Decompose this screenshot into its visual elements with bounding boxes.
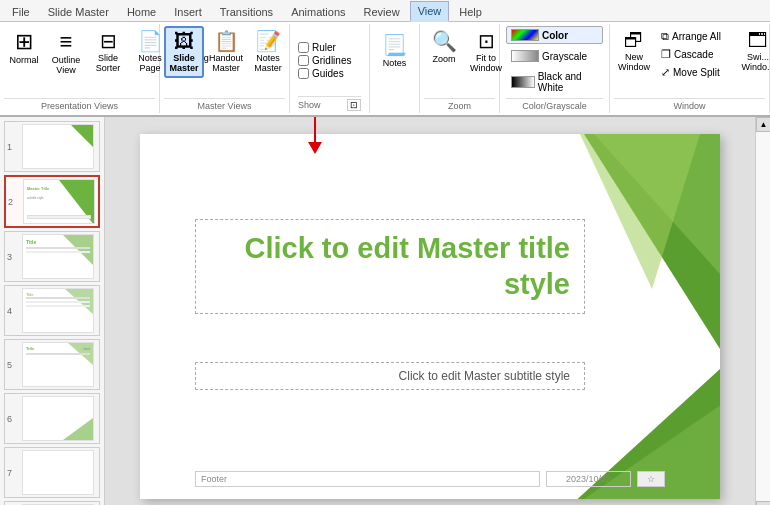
- guides-checkbox[interactable]: [298, 68, 309, 79]
- switch-window-button[interactable]: 🗔 Swi...Windo...: [738, 26, 770, 76]
- slide-preview-1: [22, 124, 94, 169]
- scroll-track: [756, 132, 770, 501]
- slide-master-label: SlideMaster: [170, 54, 199, 74]
- notes-master-label: NotesMaster: [254, 54, 282, 74]
- handout-master-icon: 📋: [214, 29, 239, 53]
- slide-master-icon: 🖼: [174, 30, 194, 53]
- outline-view-button[interactable]: ≡ OutlineView: [46, 26, 86, 79]
- gridlines-checkbox[interactable]: [298, 55, 309, 66]
- show-dialog-button[interactable]: ⊡: [347, 99, 361, 111]
- slide-num-5: 5: [7, 360, 19, 370]
- tab-help[interactable]: Help: [451, 2, 490, 21]
- normal-view-label: Normal: [9, 56, 38, 66]
- group-presentation-views: ⊞ Normal ≡ OutlineView ⊟ SlideSorter 📄 N…: [0, 24, 160, 113]
- slide-preview-4: Title: [22, 288, 94, 333]
- move-split-button[interactable]: ⤢ Move Split: [656, 64, 736, 81]
- notes-master-button[interactable]: 📝 NotesMaster: [248, 26, 288, 77]
- normal-view-button[interactable]: ⊞ Normal: [4, 26, 44, 69]
- color-swatch: [511, 29, 539, 41]
- footer-date-box[interactable]: 2023/10/22: [546, 471, 631, 487]
- slide-thumb-6[interactable]: 6: [4, 393, 100, 444]
- arrange-all-label: Arrange All: [672, 31, 721, 42]
- slide-subtitle-box[interactable]: Click to edit Master subtitle style: [195, 362, 585, 390]
- slide-num-4: 4: [7, 306, 19, 316]
- slide-preview-6: [22, 396, 94, 441]
- footer-left-box[interactable]: Footer: [195, 471, 540, 487]
- move-split-icon: ⤢: [661, 66, 670, 79]
- notes-icon: 📃: [382, 33, 407, 57]
- slide-thumb-2[interactable]: 2 Master Title subtitle style: [4, 175, 100, 228]
- handout-master-button[interactable]: 📋 HandoutMaster: [206, 26, 246, 77]
- new-window-label: NewWindow: [618, 53, 650, 73]
- tab-file[interactable]: File: [4, 2, 38, 21]
- slide-num-6: 6: [7, 414, 19, 424]
- cascade-button[interactable]: ❐ Cascade: [656, 46, 736, 63]
- slide-preview-3: Title: [22, 234, 94, 279]
- tab-transitions[interactable]: Transitions: [212, 2, 281, 21]
- slide-thumb-1[interactable]: 1: [4, 121, 100, 172]
- zoom-button[interactable]: 🔍 Zoom: [424, 26, 464, 67]
- color-button[interactable]: Color: [506, 26, 603, 44]
- outline-view-label: OutlineView: [52, 56, 81, 76]
- slide-sorter-button[interactable]: ⊟ SlideSorter: [88, 26, 128, 77]
- window-group-label: Window: [614, 98, 765, 111]
- tab-insert[interactable]: Insert: [166, 2, 210, 21]
- tab-view[interactable]: View: [410, 1, 450, 22]
- slide-num-2: 2: [8, 197, 20, 207]
- scroll-up-button[interactable]: ▲: [756, 117, 770, 132]
- zoom-label: Zoom: [432, 54, 455, 64]
- notes-label: Notes: [383, 58, 407, 68]
- cascade-label: Cascade: [674, 49, 713, 60]
- slide-thumb-4[interactable]: 4 Title: [4, 285, 100, 336]
- zoom-icon: 🔍: [432, 29, 457, 53]
- slide-thumb-5[interactable]: 5 Title text: [4, 339, 100, 390]
- slide-thumb-8[interactable]: 8: [4, 501, 100, 505]
- main-area: 1 2 Master Title subtitle style 3 Title: [0, 117, 770, 505]
- arrange-all-icon: ⧉: [661, 30, 669, 43]
- cascade-icon: ❐: [661, 48, 671, 61]
- zoom-group-label: Zoom: [424, 98, 495, 111]
- vertical-scrollbar[interactable]: ▲ ▼: [755, 117, 770, 505]
- arrange-all-button[interactable]: ⧉ Arrange All: [656, 28, 736, 45]
- group-master-views: 🖼 SlideMaster 📋 HandoutMaster 📝 NotesMas…: [160, 24, 290, 113]
- ruler-checkbox-label[interactable]: Ruler: [298, 42, 361, 53]
- tab-animations[interactable]: Animations: [283, 2, 353, 21]
- scroll-down-button[interactable]: ▼: [756, 501, 770, 505]
- slide-sorter-icon: ⊟: [100, 29, 117, 53]
- show-label: Show: [298, 100, 321, 110]
- new-window-button[interactable]: 🗗 NewWindow: [614, 26, 654, 76]
- slide-title-box[interactable]: Click to edit Master title style: [195, 219, 585, 314]
- group-notes: 📃 Notes: [370, 24, 420, 113]
- tab-home[interactable]: Home: [119, 2, 164, 21]
- handout-master-label: HandoutMaster: [209, 54, 243, 74]
- slide-num-1: 1: [7, 142, 19, 152]
- gridlines-checkbox-label[interactable]: Gridlines: [298, 55, 361, 66]
- notes-page-icon: 📄: [138, 29, 163, 53]
- grayscale-button[interactable]: Grayscale: [506, 47, 603, 65]
- slide-thumb-7[interactable]: 7: [4, 447, 100, 498]
- slide-title-text: Click to edit Master title style: [210, 230, 570, 303]
- footer-num-icon: ☆: [647, 474, 655, 484]
- group-window: 🗗 NewWindow ⧉ Arrange All ❐ Cascade ⤢ Mo…: [610, 24, 770, 113]
- notes-page-label: NotesPage: [138, 54, 162, 74]
- slide-thumb-3[interactable]: 3 Title: [4, 231, 100, 282]
- move-split-label: Move Split: [673, 67, 720, 78]
- group-zoom: 🔍 Zoom ⊡ Fit toWindow Zoom: [420, 24, 500, 113]
- black-white-button[interactable]: Black and White: [506, 68, 603, 96]
- ruler-checkbox[interactable]: [298, 42, 309, 53]
- tab-slide-master[interactable]: Slide Master: [40, 2, 117, 21]
- notes-master-icon: 📝: [256, 29, 281, 53]
- guides-checkbox-label[interactable]: Guides: [298, 68, 361, 79]
- tab-review[interactable]: Review: [356, 2, 408, 21]
- slide-canvas[interactable]: Click to edit Master title style Click t…: [140, 134, 720, 499]
- slide-subtitle-text: Click to edit Master subtitle style: [210, 369, 570, 383]
- footer-num-box[interactable]: ☆: [637, 471, 665, 487]
- new-window-icon: 🗗: [624, 29, 644, 52]
- slide-sorter-label: SlideSorter: [96, 54, 121, 74]
- slide-preview-2: Master Title subtitle style: [23, 179, 95, 224]
- fit-to-window-label: Fit toWindow: [470, 54, 502, 74]
- fit-to-window-icon: ⊡: [478, 29, 495, 53]
- slide-master-button[interactable]: 🖼 SlideMaster: [164, 26, 204, 78]
- notes-button[interactable]: 📃 Notes: [376, 30, 413, 71]
- outline-view-icon: ≡: [60, 29, 73, 55]
